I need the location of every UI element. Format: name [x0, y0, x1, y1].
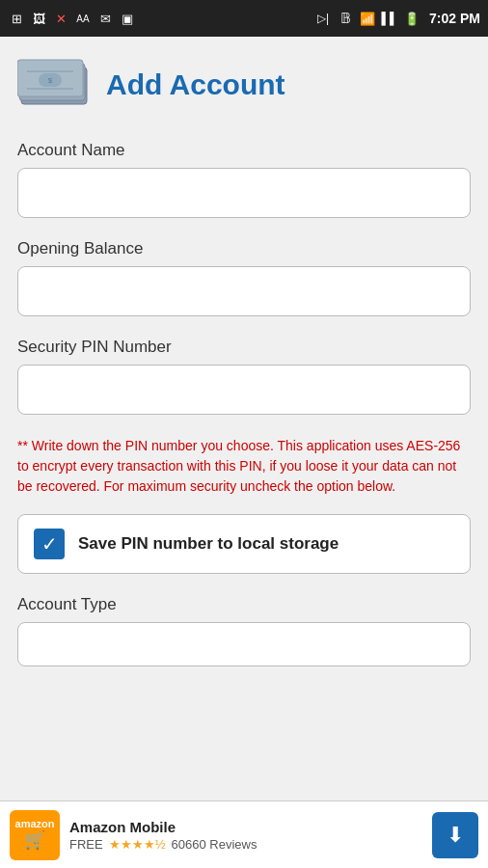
status-time: 7:02 PM: [429, 11, 480, 26]
mail-icon: ✉: [96, 10, 114, 27]
signal-icon: ▌▌: [381, 10, 398, 27]
ad-download-button[interactable]: ⬇: [432, 812, 478, 858]
ad-reviews: 60660 Reviews: [172, 837, 258, 852]
ad-free-label: FREE: [69, 837, 103, 852]
page-title: Add Account: [106, 68, 285, 101]
battery-icon: 🔋: [403, 10, 420, 27]
account-name-label: Account Name: [17, 141, 471, 160]
header-icon: $: [17, 56, 95, 114]
ad-banner: amazon 🛒 Amazon Mobile FREE ★★★★½ 60660 …: [0, 800, 488, 868]
ad-title: Amazon Mobile: [69, 819, 432, 835]
checkmark-icon: ✓: [41, 534, 58, 554]
main-content: $ Add Account Account Name Opening Balan…: [0, 37, 488, 800]
screen-icon: ▣: [119, 10, 136, 27]
wifi-icon: 📶: [359, 10, 376, 27]
opening-balance-input[interactable]: [17, 266, 471, 316]
ad-subtitle: FREE ★★★★½ 60660 Reviews: [69, 837, 432, 852]
download-icon: ⬇: [447, 823, 464, 848]
ad-stars: ★★★★½: [109, 837, 166, 852]
checkbox-icon: ✓: [34, 529, 65, 559]
ad-info: Amazon Mobile FREE ★★★★½ 60660 Reviews: [69, 819, 432, 852]
opening-balance-group: Opening Balance: [17, 239, 471, 316]
ad-logo-text: amazon 🛒: [15, 818, 55, 852]
account-name-group: Account Name: [17, 141, 471, 218]
x-icon: ✕: [52, 10, 69, 27]
account-type-input[interactable]: [17, 622, 471, 666]
pin-warning-text: ** Write down the PIN number you choose.…: [17, 436, 471, 497]
account-type-section: Account Type: [17, 595, 471, 666]
opening-balance-label: Opening Balance: [17, 239, 471, 258]
save-pin-label: Save PIN number to local storage: [78, 534, 339, 554]
bluetooth-icon: 𝔹: [337, 10, 354, 27]
aa-icon: AA: [74, 10, 92, 27]
status-bar: ⊞ 🖼 ✕ AA ✉ ▣ ▷| 𝔹 📶 ▌▌ 🔋 7:02 PM: [0, 0, 488, 37]
account-type-label: Account Type: [17, 595, 471, 614]
status-icons-right: ▷| 𝔹 📶 ▌▌ 🔋 7:02 PM: [314, 10, 480, 27]
security-pin-group: Security PIN Number: [17, 338, 471, 415]
add-icon: ⊞: [8, 10, 25, 27]
page-header: $ Add Account: [17, 56, 471, 114]
security-pin-label: Security PIN Number: [17, 338, 471, 357]
audio-icon: ▷|: [314, 10, 332, 27]
ad-logo: amazon 🛒: [10, 810, 60, 860]
account-name-input[interactable]: [17, 168, 471, 218]
image-icon: 🖼: [30, 10, 47, 27]
status-icons-left: ⊞ 🖼 ✕ AA ✉ ▣: [8, 10, 136, 27]
svg-text:$: $: [48, 76, 53, 85]
security-pin-input[interactable]: [17, 365, 471, 415]
save-pin-checkbox-row[interactable]: ✓ Save PIN number to local storage: [17, 514, 471, 574]
